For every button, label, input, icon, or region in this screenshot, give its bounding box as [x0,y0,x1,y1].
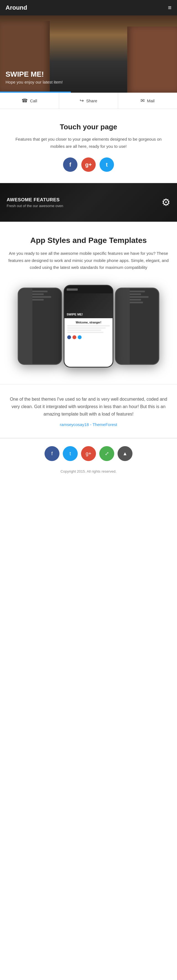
phone-mockup: SWIPE ME! Welcome, stranger! [8,279,169,368]
hero-subtitle: Hope you enjoy our latest item! [5,80,172,84]
phone-inner-header [64,286,113,293]
phone-screen-center: SWIPE ME! Welcome, stranger! [64,286,113,367]
app-description: Are you ready to see all the awesome mob… [8,250,169,271]
hero-text: SWIPE ME! Hope you enjoy our latest item… [5,70,172,84]
mail-button[interactable]: ✉ Mail [118,93,177,109]
call-icon: ☎ [22,98,27,104]
features-text: AWESOME FEATURES Fresh out of the our aw… [6,197,161,208]
mail-label: Mail [147,99,154,103]
app-section: App Styles and Page Templates Are you re… [0,222,177,384]
touch-description: Features that get you closer to your pag… [8,136,169,150]
footer-twitter-button[interactable]: t [63,446,78,461]
gear-icon[interactable]: ⚙ [161,197,171,208]
phone-sidebar-right [116,288,130,364]
hero-progress-bar [0,92,71,93]
phone-center: SWIPE ME! Welcome, stranger! [64,285,113,368]
features-title: AWESOME FEATURES [6,197,161,203]
footer-scroll-up-button[interactable]: ▲ [117,446,132,461]
twitter-button[interactable]: t [100,158,114,172]
mail-icon: ✉ [140,98,145,104]
phone-right [115,288,159,365]
features-banner: AWESOME FEATURES Fresh out of the our aw… [0,183,177,222]
share-label: Share [86,99,97,103]
quote-link[interactable]: ramseycosay18 - ThemeForest [8,422,169,427]
touch-title: Touch your page [8,123,169,131]
hero-section: SWIPE ME! Hope you enjoy our latest item… [0,16,177,93]
footer-facebook-button[interactable]: f [45,446,60,461]
menu-icon[interactable]: ≡ [168,4,172,11]
social-icons-group: f g+ t [8,158,169,172]
call-label: Call [30,99,37,103]
hero-swipe-label: SWIPE ME! [5,70,172,79]
phone-left [18,288,62,365]
quote-text: One of the best themes I've used so far … [8,395,169,418]
facebook-button[interactable]: f [63,158,77,172]
touch-section: Touch your page Features that get you cl… [0,109,177,183]
app-title-heading: App Styles and Page Templates [8,235,169,245]
features-subtitle: Fresh out of the our awesome oven [6,204,161,208]
footer-share-button[interactable]: ⤢ [99,446,114,461]
share-button[interactable]: ↪ Share [59,93,118,109]
quote-section: One of the best themes I've used so far … [0,384,177,438]
phone-sidebar [19,288,32,364]
phone-screen-left [19,288,61,364]
footer-copyright: Copyright 2015. All rights reserved. [0,466,177,480]
share-icon: ↪ [80,98,84,104]
footer-social: f t g+ ⤢ ▲ [0,438,177,466]
action-bar: ☎ Call ↪ Share ✉ Mail [0,93,177,109]
google-button[interactable]: g+ [81,158,96,172]
app-title: Around [5,4,27,11]
header: Around ≡ [0,0,177,16]
call-button[interactable]: ☎ Call [0,93,59,109]
phone-screen-right [116,288,158,364]
footer-google-button[interactable]: g+ [81,446,96,461]
